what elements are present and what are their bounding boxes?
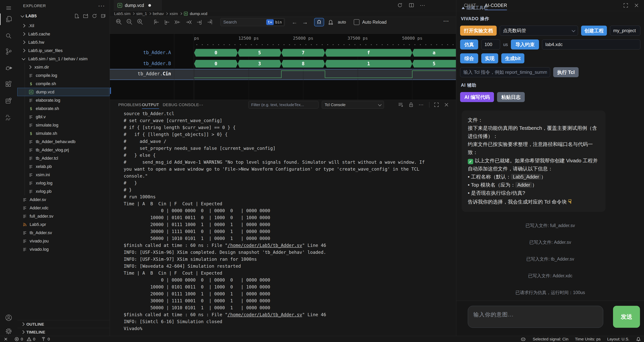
bus-segment[interactable]: 3 [238,60,282,68]
open-doc-button[interactable]: 打开实验文档 [460,26,497,36]
bus-segment[interactable]: 0 [194,49,238,57]
selected-signal-status[interactable]: Selected signal: Cin [533,337,568,341]
tcl-console-output[interactable]: source tb_Adder.tcl# set curr_wave [curr… [110,109,456,336]
tree-item-vivado-log[interactable]: vivado.log [17,245,110,253]
cursor-marker-icon[interactable] [314,18,324,26]
zoom-out-icon[interactable] [126,18,134,26]
problems-status[interactable]: 0 0 [14,336,35,341]
tree-item--xil[interactable]: .Xil [17,22,110,30]
editor-more-icon[interactable]: ··· [420,2,425,8]
name-column-divider[interactable] [174,34,174,100]
tree-item-xsim-ini[interactable]: xsim.ini [17,170,110,179]
bus-segment[interactable]: 1 [325,60,412,68]
tree-item-glbl-v[interactable]: glbl.v [17,113,110,121]
wave-plot-area[interactable]: 0 ps12500 ps25000 ps37500 ps50000 ps057f… [194,27,456,100]
waveform-viewer-icon[interactable] [0,110,17,124]
signal-name-b[interactable]: tb_Adder.B [143,61,171,66]
simulate-button[interactable]: 仿真 [460,40,478,50]
project-name-input[interactable] [610,26,640,36]
tab-chat[interactable]: CHAT [464,0,476,11]
tree-item-full-adder-sv[interactable]: full_adder.sv [17,212,110,220]
bus-segment[interactable]: 5 [412,60,456,68]
xdc-file-input[interactable] [542,40,640,50]
output-filter-input[interactable] [248,101,318,108]
wave-search-input[interactable] [221,20,266,25]
time-mode-chip[interactable]: t= [266,19,274,25]
time-units-status[interactable]: Time Units: ps [575,337,600,341]
breadcrumb-item[interactable]: Lab5.sim [114,11,130,16]
auto-reload-checkbox[interactable] [354,18,360,26]
tab-output[interactable]: OUTPUT [142,100,159,110]
panel-more-icon[interactable]: ··· [418,102,424,108]
tree-item-lab5-cache[interactable]: Lab5.cache [17,30,110,38]
wave-toolbar-more-icon[interactable]: ⋯ [443,18,449,24]
refresh-icon[interactable] [92,13,97,19]
synthesis-button[interactable]: 综合 [460,53,478,63]
goto-start-edge-icon[interactable] [152,18,160,26]
tree-item-tb-adder-sv[interactable]: tb_Adder.sv [17,229,110,237]
search-icon[interactable] [0,29,17,43]
paste-log-button[interactable]: 粘贴日志 [497,92,525,102]
tree-item-simulate-log[interactable]: simulate.log [17,121,110,129]
create-project-button[interactable]: 创建工程 [581,26,607,36]
next-any-edge-icon[interactable] [185,18,192,26]
breadcrumb-item[interactable]: behav [153,11,164,16]
file-link[interactable]: /home/coder/Lab5/tb_Adder.sv [228,243,302,248]
bus-segment[interactable]: 7 [282,49,325,57]
breadcrumb-item[interactable]: xsim [170,11,178,16]
tree-item-xelab-pb[interactable]: xelab.pb [17,162,110,170]
zoom-fit-icon[interactable] [115,18,123,26]
prev-any-edge-icon[interactable] [174,18,181,26]
tree-item-simulate-sh[interactable]: $simulate.sh [17,129,110,137]
import-constraint-button[interactable]: 导入约束 [511,40,539,50]
tree-item-xsim-dir[interactable]: xsim.dir [17,63,110,71]
tree-item-compile-log[interactable]: compile.log [17,71,110,80]
tree-item-xvlog-pb[interactable]: xvlog.pb [17,187,110,196]
chat-input[interactable] [468,306,603,327]
implement-button[interactable]: 实现 [481,53,498,63]
sim-time-input[interactable] [481,40,500,50]
tree-item-lab5-xpr[interactable]: Lab5.xpr [17,220,110,229]
split-editor-icon[interactable] [408,2,415,9]
maximize-panel-icon[interactable] [433,102,440,108]
lock-scroll-icon[interactable] [408,102,414,108]
maximize-panel-icon[interactable] [623,2,629,9]
bit-signal-trace[interactable] [194,69,456,79]
marker-auto-icon[interactable] [326,18,336,26]
bitstream-button[interactable]: 生成bit [501,53,524,63]
tab-debug-console[interactable]: DEBUG CONSOLE [163,100,199,110]
sync-icon[interactable] [397,2,403,9]
tree-item-lab5-ip-user-files[interactable]: Lab5.ip_user_files [17,46,110,55]
timeline-section[interactable]: TIMELINE [17,328,110,336]
goto-end-edge-icon[interactable] [206,18,214,26]
explorer-more-icon[interactable]: ··· [98,2,105,9]
breadcrumb-item[interactable]: sim_1 [136,11,147,16]
tab-dump-vcd[interactable]: dump.vcd [114,0,162,11]
ports-status[interactable]: 0 [41,336,50,341]
new-file-icon[interactable] [74,13,80,19]
tree-item-dump-vcd[interactable]: dump.vcd [17,88,110,96]
demo-picker[interactable]: 点亮数码管 [500,26,578,36]
run-tcl-button[interactable]: 执行 Tcl [553,67,578,77]
tree-item-tb-adder-behav-wdb[interactable]: tb_Adder_behav.wdb [17,137,110,146]
tree-item-elaborate-sh[interactable]: $elaborate.sh [17,104,110,113]
tree-item-tb-adder-vlog-prj[interactable]: tb_Adder_vlog.prj [17,146,110,154]
bus-segment[interactable]: 8 [282,60,325,68]
project-root-row[interactable]: LAB5 [17,12,110,21]
search-prev-icon[interactable]: ← [292,18,298,26]
radix-chip[interactable]: bin [274,19,283,25]
prev-rising-edge-icon[interactable] [163,18,170,26]
ai-write-code-button[interactable]: AI 编写代码 [460,92,494,102]
close-icon[interactable] [634,2,640,9]
outline-section[interactable]: OUTLINE [17,320,110,328]
extensions-icon[interactable] [0,77,17,91]
breadcrumb-item[interactable]: dump.vcd [190,11,207,16]
send-button[interactable]: 发送 [613,306,640,328]
tab-problems[interactable]: PROBLEMS [118,100,142,110]
remote-indicator-icon[interactable] [3,336,8,341]
bus-segment[interactable]: 5 [238,49,282,57]
tree-item-elaborate-log[interactable]: elaborate.log [17,96,110,104]
tree-item-adder-sv[interactable]: Adder.sv [17,196,110,204]
tree-item-tb-adder-tcl[interactable]: tb_Adder.tcl [17,154,110,162]
tree-item-lab5-sim-sim-1-behav-xsim[interactable]: Lab5.sim / sim_1 / behav / xsim [17,55,110,63]
